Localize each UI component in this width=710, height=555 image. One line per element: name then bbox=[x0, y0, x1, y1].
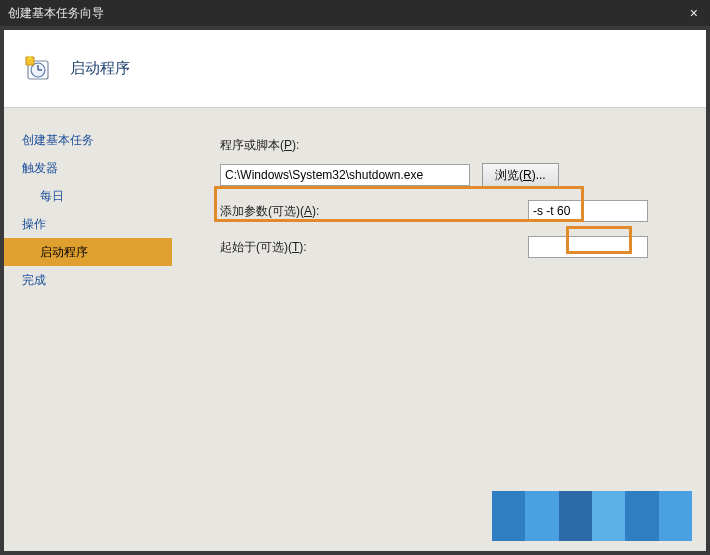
sidebar-item-daily[interactable]: 每日 bbox=[4, 182, 172, 210]
wizard-sidebar: 创建基本任务 触发器 每日 操作 启动程序 完成 bbox=[4, 108, 172, 551]
sidebar-item-finish[interactable]: 完成 bbox=[4, 266, 172, 294]
close-icon[interactable]: × bbox=[686, 5, 702, 21]
titlebar: 创建基本任务向导 × bbox=[0, 0, 710, 26]
wizard-body: 创建基本任务 触发器 每日 操作 启动程序 完成 程序或脚本(P): bbox=[4, 108, 706, 551]
form-area: 程序或脚本(P): 浏览(R)... 添加参数(可选)(A): bbox=[172, 108, 706, 551]
program-label: 程序或脚本(P): bbox=[220, 137, 380, 154]
scheduler-icon bbox=[22, 53, 54, 85]
wizard-window: 创建基本任务向导 × 启动程序 bbox=[0, 0, 710, 555]
wizard-footer: <上一步(B) bbox=[603, 515, 692, 541]
window-title: 创建基本任务向导 bbox=[8, 5, 104, 22]
args-input[interactable] bbox=[528, 200, 648, 222]
censored-region bbox=[492, 491, 692, 541]
sidebar-item-action[interactable]: 操作 bbox=[4, 210, 172, 238]
startin-input[interactable] bbox=[528, 236, 648, 258]
sidebar-item-start-program[interactable]: 启动程序 bbox=[4, 238, 172, 266]
page-title: 启动程序 bbox=[70, 59, 130, 78]
sidebar-item-trigger[interactable]: 触发器 bbox=[4, 154, 172, 182]
inner-panel: 启动程序 创建基本任务 触发器 每日 操作 启动程序 完成 程序或脚本(P): bbox=[4, 30, 706, 551]
wizard-header: 启动程序 bbox=[4, 30, 706, 108]
program-input[interactable] bbox=[220, 164, 470, 186]
startin-label: 起始于(可选)(T): bbox=[220, 239, 380, 256]
args-label: 添加参数(可选)(A): bbox=[220, 203, 380, 220]
sidebar-item-create-task[interactable]: 创建基本任务 bbox=[4, 126, 172, 154]
client-area: 启动程序 创建基本任务 触发器 每日 操作 启动程序 完成 程序或脚本(P): bbox=[0, 26, 710, 555]
browse-button[interactable]: 浏览(R)... bbox=[482, 163, 559, 187]
